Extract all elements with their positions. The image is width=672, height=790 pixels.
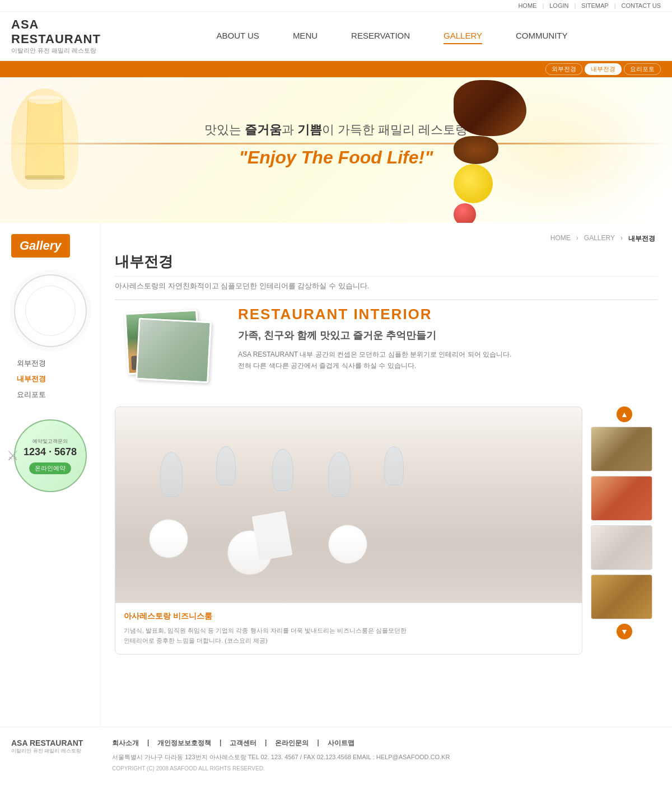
main-container: Gallery 외부전경 내부전경 요리포토 ⚔ 예약및고객문의 1234 · … [0, 223, 672, 727]
footer-link-privacy[interactable]: 개인정보보호정책 [157, 738, 211, 748]
phone-widget: ⚔ 예약및고객문의 1234 · 5678 온라인예약 [14, 419, 87, 492]
hero-food [448, 77, 672, 223]
glass-3 [272, 449, 293, 491]
nav-gallery[interactable]: GALLERY [444, 28, 482, 44]
caption-title-text: 아사레스토랑 [124, 611, 171, 620]
thumb-next-button[interactable]: ▼ [617, 624, 632, 639]
footer-logo: ASA RESTAURANT 이탈리안 퓨전 패밀리 레스토랑 [11, 738, 95, 755]
glass-5 [384, 446, 404, 485]
footer-link-customer[interactable]: 고객센터 [230, 738, 256, 748]
sidebar-menu: 외부전경 내부전경 요리포토 [11, 356, 89, 403]
footer-logo-sub: 이탈리안 퓨전 패밀리 레스토랑 [11, 747, 95, 755]
glass-2 [216, 446, 236, 485]
thumbnail-4[interactable] [591, 574, 652, 619]
thumbnail-2[interactable] [591, 476, 652, 521]
phone-number-2: 5678 [54, 446, 77, 457]
topbar-home[interactable]: HOME [518, 2, 536, 9]
svg-rect-1 [25, 175, 64, 180]
sub-nav-bar: 외부전경 내부전경 요리포토 [0, 61, 672, 77]
breadcrumb: HOME › GALLERY › 내부전경 [115, 234, 658, 244]
thumb-img-4 [591, 575, 652, 619]
hero-glass [11, 88, 78, 189]
phone-label: 예약및고객문의 [32, 438, 68, 445]
footer-logo-title: ASA RESTAURANT [11, 738, 95, 747]
footer-links: 회사소개 | 개인정보보호정책 | 고객센터 | 온라인문의 | 사이트맵 서울… [112, 738, 661, 772]
logo-subtitle: 이탈리안 퓨전 패밀리 레스토랑 [11, 46, 123, 55]
photo-inner-2 [137, 320, 209, 381]
food-tomato [454, 203, 476, 223]
subnav-foodphoto[interactable]: 요리포토 [624, 63, 661, 75]
food-bowl [454, 136, 498, 164]
interior-heading: RESTAURANT INTERIOR [238, 306, 658, 323]
sidebar-item-foodphoto[interactable]: 요리포토 [11, 387, 89, 403]
caption-title: 아사레스토랑 비즈니스룸 [124, 611, 573, 621]
food-meat [454, 80, 526, 136]
thumbnail-3[interactable] [591, 525, 652, 570]
hero-glass-decoration [11, 88, 78, 189]
interior-section: RESTAURANT INTERIOR 가족, 친구와 함께 맛있고 즐거운 추… [115, 306, 658, 395]
breadcrumb-home[interactable]: HOME [550, 234, 571, 244]
footer-address: 서울특별시 가나구 다라동 123번지 아사레스토랑 TEL 02. 123. … [112, 752, 661, 763]
caption-desc: 기념식, 발표회, 임직원 취임식 등 기업의 각종 행사의 자리를 더욱 빛내… [124, 626, 573, 646]
thumbnail-1[interactable] [591, 427, 652, 471]
footer-link-inquiry[interactable]: 온라인문의 [275, 738, 309, 748]
svg-point-0 [28, 95, 62, 104]
subnav-interior[interactable]: 내부전경 [585, 63, 622, 75]
top-bar: HOME | LOGIN | SITEMAP | CONTACT US [0, 0, 672, 12]
nav-menu[interactable]: MENU [293, 28, 318, 44]
nav-community[interactable]: COMMUNITY [516, 28, 568, 44]
gallery-main-image: 아사레스토랑 비즈니스룸 기념식, 발표회, 임직원 취임식 등 기업의 각종 … [115, 406, 582, 655]
thumb-prev-button[interactable]: ▲ [617, 406, 632, 422]
nav-about[interactable]: ABOUT US [216, 28, 259, 44]
food-decoration [454, 80, 666, 220]
interior-desc: ASA RESTAURANT 내부 공간의 컨셉은 모던하고 심플한 분위기로 … [238, 349, 658, 372]
footer-link-sitemap[interactable]: 사이트맵 [328, 738, 354, 748]
footer-link-row: 회사소개 | 개인정보보호정책 | 고객센터 | 온라인문의 | 사이트맵 [112, 738, 661, 748]
sidebar: Gallery 외부전경 내부전경 요리포토 ⚔ 예약및고객문의 1234 · … [0, 223, 101, 727]
food-lemon [454, 164, 493, 203]
interior-subheading: 가족, 친구와 함께 맛있고 즐거운 추억만들기 [238, 329, 658, 342]
photo-frame-2 [136, 318, 212, 384]
logo-title[interactable]: ASA RESTAURANT [11, 17, 123, 46]
subnav-exterior[interactable]: 외부전경 [545, 63, 582, 75]
topbar-sitemap[interactable]: SITEMAP [581, 2, 608, 9]
gallery-main-area: 아사레스토랑 비즈니스룸 기념식, 발표회, 임직원 취임식 등 기업의 각종 … [115, 406, 658, 655]
page-title: 내부전경 [115, 252, 658, 272]
breadcrumb-gallery[interactable]: GALLERY [584, 234, 615, 244]
phone-number: 1234 · 5678 [24, 446, 77, 458]
sidebar-item-exterior[interactable]: 외부전경 [11, 356, 89, 371]
glass-1 [160, 452, 183, 497]
phone-number-1: 1234 [24, 446, 46, 457]
glass-4 [328, 452, 351, 497]
sidebar-item-interior[interactable]: 내부전경 [11, 371, 89, 387]
thumb-img-2 [591, 476, 652, 520]
page-description: 아사레스토랑의 자연친화적이고 심플모던한 인테리어를 감상하실 수 있습니다. [115, 276, 658, 291]
hero-section: 맛있는 즐거움과 기쁨이 가득한 패밀리 레스토랑 "Enjoy The Foo… [0, 77, 672, 223]
page-divider [115, 300, 658, 300]
table-visual [115, 407, 582, 603]
table-cloth [115, 536, 582, 603]
caption-area: 아사레스토랑 비즈니스룸 기념식, 발표회, 임직원 취임식 등 기업의 각종 … [115, 603, 582, 654]
footer-link-company[interactable]: 회사소개 [112, 738, 139, 748]
sidebar-gallery-title: Gallery [11, 234, 70, 258]
breadcrumb-current: 내부전경 [628, 234, 655, 244]
beer-glass-svg [11, 88, 78, 189]
fork-icon: ⚔ [7, 448, 19, 464]
interior-text: RESTAURANT INTERIOR 가족, 친구와 함께 맛있고 즐거운 추… [238, 306, 658, 372]
nav-reservation[interactable]: RESERVATION [351, 28, 410, 44]
footer: ASA RESTAURANT 이탈리안 퓨전 패밀리 레스토랑 회사소개 | 개… [0, 727, 672, 783]
page-title-area: 내부전경 아사레스토랑의 자연친화적이고 심플모던한 인테리어를 감상하실 수 … [115, 252, 658, 291]
thumb-img-3 [591, 526, 652, 569]
online-reservation-button[interactable]: 온라인예약 [29, 462, 71, 474]
topbar-contact[interactable]: CONTACT US [622, 2, 661, 9]
plate-inner [25, 286, 76, 336]
topbar-login[interactable]: LOGIN [549, 2, 568, 9]
header: ASA RESTAURANT 이탈리안 퓨전 패밀리 레스토랑 ABOUT US… [0, 12, 672, 61]
side-thumbnails: ▲ ▼ [591, 406, 658, 655]
main-nav: ABOUT US MENU RESERVATION GALLERY COMMUN… [123, 28, 661, 44]
main-content: HOME › GALLERY › 내부전경 내부전경 아사레스토랑의 자연친화적… [101, 223, 672, 727]
plate-decoration [14, 274, 87, 347]
logo-area: ASA RESTAURANT 이탈리안 퓨전 패밀리 레스토랑 [11, 17, 123, 55]
interior-photos [115, 306, 227, 395]
main-photo [115, 407, 582, 603]
